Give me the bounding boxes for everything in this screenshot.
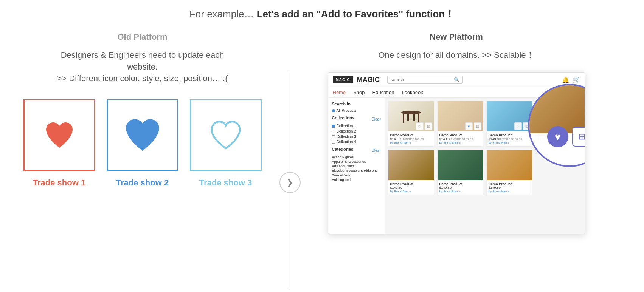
card-label-1: Trade show 1 — [33, 178, 85, 188]
product-overlay-1: ♡ ⊡ — [416, 122, 432, 130]
product-name-2: Demo Product — [439, 133, 481, 137]
category-books[interactable]: Books/Music — [332, 173, 381, 177]
collection-2-option[interactable]: Collection 2 — [332, 129, 381, 133]
product-overlay-2: ♥ ⊡ — [465, 122, 481, 130]
collection-3-label: Collection 3 — [337, 134, 356, 139]
circle-bookmark-button[interactable]: ⊞ — [572, 127, 585, 147]
category-arts[interactable]: Arts and Crafts — [332, 164, 381, 168]
collection-1-option[interactable]: Collection 1 — [332, 124, 381, 128]
product-bookmark-btn-2[interactable]: ⊡ — [474, 122, 481, 130]
product-card-7: Demo Product $149.89 by Brand Name — [486, 150, 532, 195]
product-price-7: $149.89 — [489, 186, 530, 190]
product-img-room2 — [487, 150, 532, 180]
product-img-3: ♡ ⊡ — [487, 101, 532, 131]
desc-line1: Designers & Engineers need to update eac… — [61, 50, 224, 60]
product-img-5 — [388, 150, 434, 180]
collection-2-checkbox[interactable] — [332, 130, 335, 133]
product-card-5: Demo Product $149.89 by Brand Name — [388, 150, 434, 195]
collections-label: Collections — [332, 116, 354, 120]
collection-1-checkbox[interactable] — [332, 125, 335, 128]
product-name-7: Demo Product — [489, 182, 530, 186]
product-info-3: Demo Product $149.89 MSRP $168.89 by Bra… — [487, 131, 532, 146]
product-mrsp-2: MSRP $168.89 — [453, 138, 473, 141]
trade-show-cards: Trade show 1 Trade show 2 — [23, 99, 262, 188]
brand-name: MAGIC — [357, 76, 380, 84]
menu-item-lookbook[interactable]: Lookbook — [402, 90, 423, 95]
category-bicycles[interactable]: Bicycles, Scooters & Ride-ons — [332, 169, 381, 173]
product-name-6: Demo Product — [439, 182, 481, 186]
category-building[interactable]: Building and — [332, 178, 381, 182]
right-panel: New Platform One design for all domains.… — [305, 32, 608, 234]
heading-bold: Let's add an "Add to Favorites" function… — [257, 8, 455, 20]
card-label-3: Trade show 3 — [199, 178, 252, 188]
product-brand-5: by Brand Name — [390, 190, 432, 193]
product-price-6: $149.89 — [439, 186, 481, 190]
product-card-6: Demo Product $149.89 by Brand Name — [437, 150, 483, 195]
svg-rect-2 — [418, 114, 419, 123]
menu-item-home[interactable]: Home — [333, 90, 346, 95]
search-in-label: Search In — [332, 102, 381, 106]
all-products-label: All Products — [337, 108, 357, 113]
product-heart-btn-1[interactable]: ♡ — [416, 122, 424, 130]
svg-rect-4 — [413, 114, 415, 121]
collection-3-option[interactable]: Collection 3 — [332, 134, 381, 139]
arrow-chevron: ❯ — [279, 172, 301, 193]
product-price-5: $149.89 — [390, 186, 432, 190]
card-trade-show-3: Trade show 3 — [190, 99, 262, 188]
heading-before: For example… — [189, 8, 257, 20]
product-img-7 — [487, 150, 532, 180]
divider-section: ❯ — [275, 32, 305, 193]
product-bookmark-btn-1[interactable]: ⊡ — [425, 122, 432, 130]
product-heart-btn-3[interactable]: ♡ — [514, 122, 522, 130]
clear-categories-link[interactable]: Clear — [372, 148, 381, 153]
card-trade-show-2: Trade show 2 — [107, 99, 178, 188]
category-apparel[interactable]: Apparel & Accessories — [332, 160, 381, 164]
cart-icon[interactable]: 🛒 — [573, 76, 580, 83]
collection-3-checkbox[interactable] — [332, 135, 335, 138]
search-bar[interactable]: 🔍 — [387, 76, 463, 84]
top-heading: For example… Let's add an "Add to Favori… — [189, 8, 455, 21]
product-img-1: ♡ ⊡ — [388, 101, 434, 131]
nav-icons: 🔔 🛒 — [562, 76, 580, 83]
product-info-6: Demo Product $149.89 by Brand Name — [438, 180, 483, 195]
category-action-figures[interactable]: Action Figures — [332, 155, 381, 159]
product-card-1: ♡ ⊡ Demo Product $149.89 MSRP $168.89 by… — [388, 101, 434, 147]
desc-line3: >> Different icon color, style, size, po… — [57, 74, 228, 83]
heart-icon-red — [44, 121, 74, 150]
magic-logo: MAGIC — [333, 76, 353, 83]
menu-item-shop[interactable]: Shop — [353, 90, 365, 95]
description-text: Designers & Engineers need to update eac… — [57, 49, 228, 84]
svg-rect-3 — [407, 114, 409, 121]
product-mrsp-3: MSRP $168.89 — [502, 138, 522, 141]
product-img-2: ♥ ⊡ — [438, 101, 483, 131]
product-info-2: Demo Product $149.89 MSRP $168.89 by Bra… — [438, 131, 483, 146]
product-card-2: ♥ ⊡ Demo Product $149.89 MSRP $168.89 by… — [437, 101, 483, 147]
all-products-option[interactable]: All Products — [332, 108, 381, 113]
product-info-5: Demo Product $149.89 by Brand Name — [388, 180, 434, 195]
product-price-3: $149.89 MSRP $168.89 — [489, 137, 530, 141]
product-name-1: Demo Product — [390, 133, 432, 137]
card-box-2 — [107, 99, 178, 171]
search-input[interactable] — [391, 77, 454, 82]
product-name-3: Demo Product — [489, 133, 530, 137]
product-heart-btn-2[interactable]: ♥ — [465, 122, 473, 130]
circle-heart-button[interactable]: ♥ — [547, 126, 568, 147]
new-description: One design for all domains. >> Scalable！ — [378, 49, 534, 61]
menu-item-education[interactable]: Education — [372, 90, 394, 95]
product-brand-2: by Brand Name — [439, 141, 481, 144]
radio-dot — [332, 109, 335, 112]
collection-4-option[interactable]: Collection 4 — [332, 140, 381, 144]
collection-1-label: Collection 1 — [337, 124, 356, 128]
product-img-wood — [388, 150, 434, 180]
left-panel: Old Platform Designers & Engineers need … — [10, 32, 275, 195]
search-icon: 🔍 — [454, 77, 459, 82]
product-price-1: $149.89 MSRP $168.89 — [390, 137, 432, 141]
mockup-sidebar: Search In All Products Collections Clear… — [328, 98, 385, 234]
heart-icon-outline — [209, 119, 243, 151]
bell-icon[interactable]: 🔔 — [562, 76, 570, 83]
collection-4-checkbox[interactable] — [332, 141, 335, 144]
main-layout: Old Platform Designers & Engineers need … — [10, 32, 634, 234]
svg-rect-1 — [403, 114, 404, 123]
clear-collections-link[interactable]: Clear — [372, 117, 381, 121]
page-wrapper: For example… Let's add an "Add to Favori… — [0, 0, 644, 234]
